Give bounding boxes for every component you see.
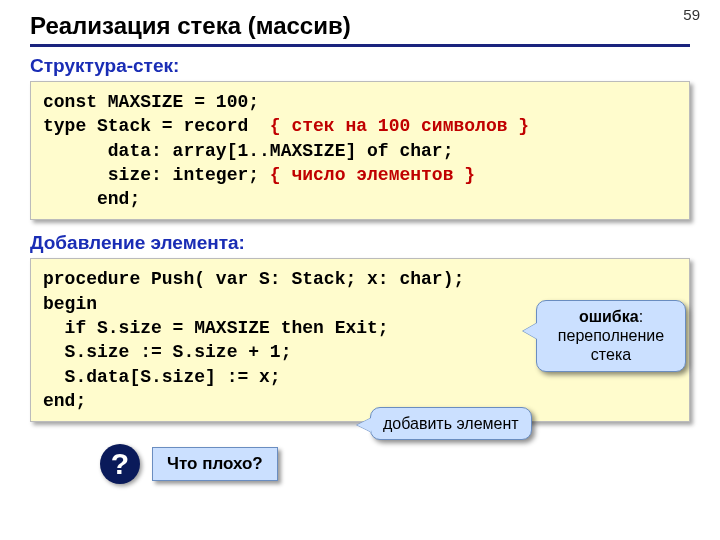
code-line: end; bbox=[43, 189, 140, 209]
code-line: if S.size = MAXSIZE then Exit; bbox=[43, 318, 389, 338]
section-add-heading: Добавление элемента: bbox=[30, 232, 690, 254]
callout-add-element: добавить элемент bbox=[370, 407, 532, 440]
code-struct: const MAXSIZE = 100; type Stack = record… bbox=[30, 81, 690, 220]
code-line: procedure Push( var S: Stack; x: char); bbox=[43, 269, 464, 289]
code-line: end; bbox=[43, 391, 86, 411]
callout-error-head: ошибка bbox=[579, 308, 639, 325]
slide-title: Реализация стека (массив) bbox=[30, 12, 690, 40]
code-line: begin bbox=[43, 294, 97, 314]
question-box: Что плохо? bbox=[152, 447, 278, 481]
callout-error: ошибка: переполнение стека bbox=[536, 300, 686, 372]
code-line: S.data[S.size] := x; bbox=[43, 367, 281, 387]
code-line: const MAXSIZE = 100; bbox=[43, 92, 259, 112]
code-line: size: integer; bbox=[43, 165, 270, 185]
code-line: data: array[1..MAXSIZE] of char; bbox=[43, 141, 453, 161]
page-number: 59 bbox=[683, 6, 700, 23]
title-rule bbox=[30, 44, 690, 47]
question-row: ? Что плохо? bbox=[100, 444, 690, 484]
code-comment: { стек на 100 символов } bbox=[270, 116, 529, 136]
code-line: S.size := S.size + 1; bbox=[43, 342, 291, 362]
code-line: type Stack = record bbox=[43, 116, 270, 136]
code-comment: { число элементов } bbox=[270, 165, 475, 185]
section-struct-heading: Структура-стек: bbox=[30, 55, 690, 77]
question-mark-icon: ? bbox=[100, 444, 140, 484]
